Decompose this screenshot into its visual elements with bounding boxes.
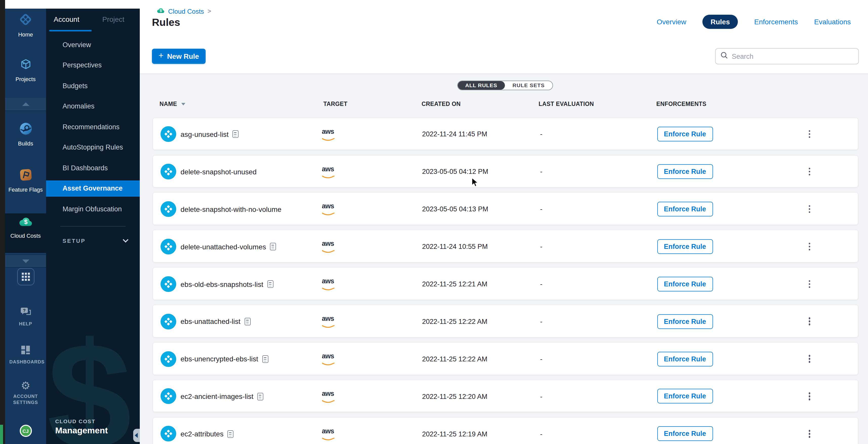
enforce-rule-button[interactable]: Enforce Rule xyxy=(657,277,713,291)
projects-cube-icon xyxy=(19,58,32,73)
rule-row[interactable]: ebs-unattached-list aws 2022-11-25 12:22… xyxy=(152,305,858,337)
policy-doc-icon[interactable] xyxy=(228,430,234,438)
sidenav-item-margin-obfuscation[interactable]: Margin Obfuscation xyxy=(46,199,140,219)
svg-text:$: $ xyxy=(160,9,162,13)
plus-icon: + xyxy=(158,51,163,61)
top-strip xyxy=(5,0,140,9)
search-box[interactable] xyxy=(715,48,859,64)
row-menu-kebab-icon[interactable] xyxy=(805,166,814,177)
rule-icon xyxy=(160,388,176,404)
rule-name[interactable]: asg-unused-list xyxy=(181,118,239,151)
toggle-rule-sets[interactable]: RULE SETS xyxy=(505,81,552,90)
rail-scroll-up[interactable] xyxy=(5,98,46,111)
search-input[interactable] xyxy=(732,53,853,60)
tab-account[interactable]: Account xyxy=(54,15,79,23)
sidebar-item-account-settings[interactable]: ⚙ ACCOUNT SETTINGS xyxy=(5,380,46,406)
enforce-rule-button[interactable]: Enforce Rule xyxy=(657,164,713,179)
sidebar-item-dashboards[interactable]: DASHBOARDS xyxy=(5,345,46,365)
sidenav-item-bi-dashboards[interactable]: BI Dashboards xyxy=(46,158,140,178)
sidenav-list: OverviewPerspectivesBudgetsAnomaliesReco… xyxy=(46,34,140,219)
nav-rules[interactable]: Rules xyxy=(703,14,738,29)
rule-icon xyxy=(160,351,176,367)
row-menu-kebab-icon[interactable] xyxy=(805,353,814,364)
nav-enforcements[interactable]: Enforcements xyxy=(754,18,798,26)
created-on-cell: 2022-11-25 12:22 AM xyxy=(422,343,488,375)
module-selector-button[interactable] xyxy=(17,268,34,285)
enforce-rule-button[interactable]: Enforce Rule xyxy=(657,127,713,141)
policy-doc-icon[interactable] xyxy=(262,355,269,363)
chevron-down-icon xyxy=(123,237,128,243)
rule-row[interactable]: asg-unused-list aws 2022-11-24 11:45 PM … xyxy=(152,117,858,150)
sidenav-item-anomalies[interactable]: Anomalies xyxy=(46,96,140,117)
policy-doc-icon[interactable] xyxy=(270,243,276,250)
rule-icon xyxy=(160,426,176,442)
enforce-rule-button[interactable]: Enforce Rule xyxy=(657,202,713,216)
sidenav-item-overview[interactable]: Overview xyxy=(46,34,140,55)
sidebar-item-home[interactable]: Home xyxy=(5,13,46,37)
row-menu-kebab-icon[interactable] xyxy=(805,428,814,439)
row-menu-kebab-icon[interactable] xyxy=(805,278,814,290)
rules-filter-toggle[interactable]: ALL RULESRULE SETS xyxy=(457,80,553,90)
sidebar-item-cloud-costs[interactable]: $ Cloud Costs xyxy=(5,213,46,253)
row-menu-kebab-icon[interactable] xyxy=(805,128,814,140)
toggle-all-rules[interactable]: ALL RULES xyxy=(458,81,505,90)
rule-name[interactable]: ec2-attributes xyxy=(181,418,234,444)
sidebar-item-feature-flags[interactable]: Feature Flags xyxy=(5,168,46,193)
rule-row[interactable]: ebs-old-ebs-snapshots-list aws 2022-11-2… xyxy=(152,267,858,300)
sidebar-item-help[interactable]: ? HELP xyxy=(5,307,46,327)
sidenav-item-recommendations[interactable]: Recommendations xyxy=(46,117,140,137)
rule-icon xyxy=(160,126,176,142)
rule-icon xyxy=(160,276,176,292)
rule-name[interactable]: ec2-ancient-images-list xyxy=(181,380,264,413)
rail-label: Feature Flags xyxy=(8,186,43,193)
row-menu-kebab-icon[interactable] xyxy=(805,204,814,215)
enforce-rule-button[interactable]: Enforce Rule xyxy=(657,389,713,404)
breadcrumb-separator: > xyxy=(208,8,211,15)
target-aws-logo: aws xyxy=(320,390,336,406)
policy-doc-icon[interactable] xyxy=(257,392,264,400)
sidenav-item-label: Asset Governance xyxy=(63,185,123,193)
breadcrumb[interactable]: $ Cloud Costs > xyxy=(156,7,211,16)
breadcrumb-link[interactable]: Cloud Costs xyxy=(168,7,204,15)
nav-overview[interactable]: Overview xyxy=(657,18,686,26)
sidenav-item-autostopping-rules[interactable]: AutoStopping Rules xyxy=(46,137,140,158)
rule-name[interactable]: ebs-unencrypted-ebs-list xyxy=(181,343,269,375)
column-header-enforcements: ENFORCEMENTS xyxy=(656,101,707,107)
policy-doc-icon[interactable] xyxy=(245,318,251,325)
rule-name[interactable]: ebs-unattached-list xyxy=(181,305,251,338)
row-menu-kebab-icon[interactable] xyxy=(805,241,814,252)
sidenav-item-asset-governance[interactable]: Asset Governance xyxy=(46,178,140,199)
sidebar-item-builds[interactable]: Builds xyxy=(5,122,46,146)
rule-row[interactable]: ec2-attributes aws 2022-11-25 12:19 AM -… xyxy=(152,417,858,444)
last-evaluation-cell: - xyxy=(540,155,542,188)
enforce-rule-button[interactable]: Enforce Rule xyxy=(657,352,713,366)
rule-name[interactable]: ebs-old-ebs-snapshots-list xyxy=(181,268,274,301)
sidenav-collapse-button[interactable] xyxy=(133,429,140,442)
new-rule-button[interactable]: + New Rule xyxy=(152,49,206,64)
sidenav-item-budgets[interactable]: Budgets xyxy=(46,76,140,96)
sidebar-item-projects[interactable]: Projects xyxy=(5,58,46,82)
rule-row[interactable]: delete-snapshot-with-no-volume aws 2023-… xyxy=(152,193,858,225)
enforce-rule-button[interactable]: Enforce Rule xyxy=(657,239,713,254)
enforce-rule-button[interactable]: Enforce Rule xyxy=(657,426,713,441)
sidenav-item-perspectives[interactable]: Perspectives xyxy=(46,55,140,76)
column-header-name[interactable]: NAME xyxy=(159,101,185,107)
rule-name[interactable]: delete-snapshot-with-no-volume xyxy=(181,193,281,226)
nav-evaluations[interactable]: Evaluations xyxy=(814,18,851,26)
avatar[interactable]: CJ xyxy=(20,425,32,437)
row-menu-kebab-icon[interactable] xyxy=(805,316,814,327)
row-menu-kebab-icon[interactable] xyxy=(805,391,814,402)
sidenav-item-setup[interactable]: SETUP xyxy=(63,236,127,246)
rule-name[interactable]: delete-unattached-volumes xyxy=(181,230,276,263)
rule-row[interactable]: delete-snapshot-unused aws 2023-05-05 04… xyxy=(152,155,858,187)
policy-doc-icon[interactable] xyxy=(233,130,239,138)
rail-scroll-down[interactable] xyxy=(5,255,46,268)
enforce-rule-button[interactable]: Enforce Rule xyxy=(657,314,713,329)
tab-project[interactable]: Project xyxy=(102,15,124,23)
rule-row[interactable]: ebs-unencrypted-ebs-list aws 2022-11-25 … xyxy=(152,342,858,375)
rule-name[interactable]: delete-snapshot-unused xyxy=(181,155,256,188)
user-avatar-item[interactable]: CJ xyxy=(5,425,46,437)
rule-row[interactable]: ec2-ancient-images-list aws 2022-11-25 1… xyxy=(152,380,858,412)
rule-row[interactable]: delete-unattached-volumes aws 2022-11-24… xyxy=(152,230,858,263)
policy-doc-icon[interactable] xyxy=(268,280,274,288)
